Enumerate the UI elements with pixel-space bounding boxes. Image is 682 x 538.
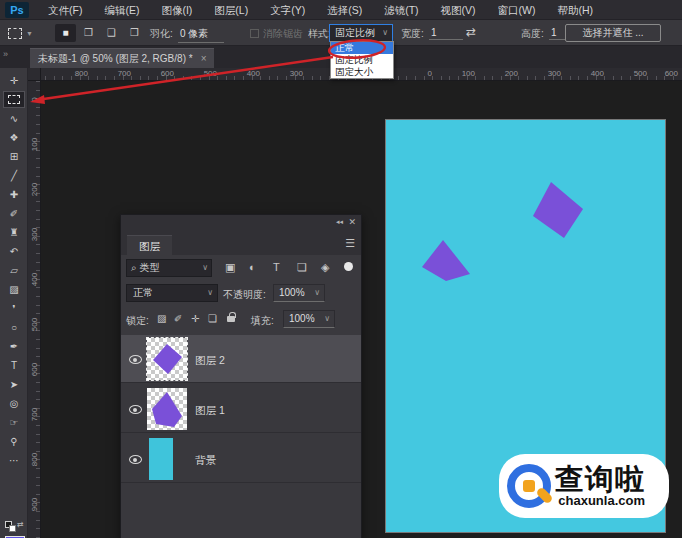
filter-toggle-icon[interactable] xyxy=(344,262,353,271)
visibility-eye-icon[interactable] xyxy=(129,355,142,364)
lock-position-icon[interactable]: ✛ xyxy=(191,313,199,324)
panel-menu-icon[interactable]: ☰ xyxy=(345,237,355,250)
canvas-shape-rotated-square xyxy=(533,182,583,238)
tab-layers[interactable]: 图层 xyxy=(127,235,172,255)
collapse-panel-icon[interactable]: ◂◂ xyxy=(336,218,343,226)
close-icon[interactable]: × xyxy=(201,49,207,69)
filter-smart-objects-icon[interactable]: ◈ xyxy=(321,261,329,274)
opacity-value: 100% xyxy=(279,287,305,298)
zoom-tool[interactable]: ⚲ xyxy=(3,433,25,450)
hand-tool[interactable]: ☞ xyxy=(3,414,25,431)
swap-width-height-icon[interactable]: ⇄ xyxy=(466,25,476,39)
watermark-domain: chaxunla.com xyxy=(555,494,645,508)
subtract-from-selection-button[interactable]: ❑ xyxy=(101,24,122,42)
history-brush-tool[interactable]: ↶ xyxy=(3,243,25,260)
lasso-tool[interactable]: ∿ xyxy=(3,110,25,127)
dropdown-option-固定比例[interactable]: 固定比例 xyxy=(331,54,393,66)
new-selection-button[interactable]: ■ xyxy=(55,24,76,42)
menu-item-视图(V)[interactable]: 视图(V) xyxy=(430,0,487,20)
move-tool[interactable]: ✛ xyxy=(3,72,25,89)
menu-item-帮助(H)[interactable]: 帮助(H) xyxy=(547,0,605,20)
layer-name: 背景 xyxy=(195,454,216,468)
rectangular-marquee-tool[interactable] xyxy=(3,91,25,108)
default-colors-icon[interactable] xyxy=(5,521,16,532)
brush-tool[interactable]: ✐ xyxy=(3,205,25,222)
ruler-label: 500 xyxy=(204,69,219,78)
add-to-selection-button[interactable]: ❐ xyxy=(78,24,99,42)
panel-titlebar[interactable]: ◂◂ ✕ xyxy=(121,215,361,231)
layer-row-图层 2[interactable]: 图层 2 xyxy=(121,335,361,383)
menu-item-编辑(E)[interactable]: 编辑(E) xyxy=(93,0,150,20)
blend-mode-dropdown[interactable]: 正常 ∨ xyxy=(126,284,218,302)
layer-thumbnail[interactable] xyxy=(147,338,187,380)
menu-item-窗口(W)[interactable]: 窗口(W) xyxy=(487,0,547,20)
ruler-label: 0 xyxy=(428,69,434,78)
layer-row-背景[interactable]: 背景 xyxy=(121,435,361,483)
ellipse-shape-tool[interactable]: ◎ xyxy=(3,395,25,412)
marquee-icon xyxy=(8,28,22,39)
document-title: 未标题-1 @ 50% (图层 2, RGB/8) * xyxy=(38,49,193,69)
visibility-eye-icon[interactable] xyxy=(129,455,142,464)
eraser-tool[interactable]: ▱ xyxy=(3,262,25,279)
clone-stamp-tool[interactable]: ♜ xyxy=(3,224,25,241)
menu-item-文字(Y)[interactable]: 文字(Y) xyxy=(259,0,316,20)
filter-type-layers-icon[interactable]: T xyxy=(273,261,280,273)
layer-thumbnail[interactable] xyxy=(147,388,187,430)
feather-input[interactable]: 0 像素 xyxy=(178,27,224,43)
dropdown-option-正常[interactable]: 正常 xyxy=(331,42,393,54)
toolbar-collapse-icon[interactable]: » xyxy=(3,49,8,59)
tool-preset-picker[interactable]: ▼ xyxy=(8,25,42,41)
healing-brush-tool[interactable]: ✚ xyxy=(3,186,25,203)
lock-image-pixels-icon[interactable]: ✐ xyxy=(174,313,182,324)
filter-adjustment-layers-icon[interactable]: ◐ xyxy=(249,261,256,273)
menu-item-图像(I)[interactable]: 图像(I) xyxy=(150,0,203,20)
lock-all-icon[interactable] xyxy=(227,316,235,322)
quick-selection-tool[interactable]: ❖ xyxy=(3,129,25,146)
menu-item-图层(L)[interactable]: 图层(L) xyxy=(203,0,259,20)
pen-tool[interactable]: ✒ xyxy=(3,338,25,355)
ruler-corner xyxy=(28,68,41,81)
ruler-label: 400 xyxy=(591,69,606,78)
layer-filter-type-dropdown[interactable]: ⌕ 类型 ∨ xyxy=(126,259,212,277)
eyedropper-tool[interactable]: ╱ xyxy=(3,167,25,184)
lock-transparent-pixels-icon[interactable]: ▨ xyxy=(157,313,166,324)
select-and-mask-button[interactable]: 选择并遮住 ... xyxy=(565,24,661,42)
visibility-eye-icon[interactable] xyxy=(129,405,142,414)
gradient-tool[interactable]: ▨ xyxy=(3,281,25,298)
feather-label: 羽化: xyxy=(150,27,173,41)
menu-item-选择(S)[interactable]: 选择(S) xyxy=(316,0,373,20)
ruler-label: 400 xyxy=(30,265,39,295)
menu-bar: Ps 文件(F)编辑(E)图像(I)图层(L)文字(Y)选择(S)滤镜(T)视图… xyxy=(0,0,682,20)
edit-toolbar[interactable]: ⋯ xyxy=(3,452,25,469)
dodge-tool[interactable]: ○ xyxy=(3,319,25,336)
opacity-label: 不透明度: xyxy=(223,288,266,302)
watermark: 查询啦 chaxunla.com xyxy=(499,454,669,518)
swap-colors-icon[interactable]: ⇄ xyxy=(17,520,24,529)
lock-artboard-icon[interactable]: ❏ xyxy=(208,313,217,324)
fill-dropdown[interactable]: 100% ∨ xyxy=(283,310,335,328)
style-label: 样式: xyxy=(308,27,331,41)
intersect-selection-button[interactable]: ❒ xyxy=(124,24,145,42)
crop-tool[interactable]: ⊞ xyxy=(3,148,25,165)
document-tab[interactable]: 未标题-1 @ 50% (图层 2, RGB/8) * × xyxy=(30,48,214,68)
layer-thumbnail[interactable] xyxy=(149,438,173,480)
dropdown-option-固定大小[interactable]: 固定大小 xyxy=(331,66,393,78)
menu-item-滤镜(T)[interactable]: 滤镜(T) xyxy=(373,0,429,20)
opacity-dropdown[interactable]: 100% ∨ xyxy=(273,284,325,302)
blur-tool[interactable]: ❜ xyxy=(3,300,25,317)
panel-tab-row: 图层 ☰ xyxy=(121,231,361,255)
menu-item-文件(F)[interactable]: 文件(F) xyxy=(37,0,93,20)
style-dropdown[interactable]: 固定比例 ∨ xyxy=(329,24,393,42)
width-input[interactable]: 1 xyxy=(429,27,463,40)
ruler-label: 200 xyxy=(505,69,520,78)
filter-shape-layers-icon[interactable]: ❏ xyxy=(297,261,307,274)
type-tool[interactable]: T xyxy=(3,357,25,374)
antialias-checkbox[interactable] xyxy=(250,29,259,38)
style-dropdown-popup: 正常固定比例固定大小 xyxy=(330,41,394,79)
close-panel-icon[interactable]: ✕ xyxy=(348,217,356,227)
layer-row-图层 1[interactable]: 图层 1 xyxy=(121,385,361,433)
filter-pixel-layers-icon[interactable]: ▣ xyxy=(225,261,235,274)
ruler-label: 500 xyxy=(634,69,649,78)
path-selection-tool[interactable]: ➤ xyxy=(3,376,25,393)
ruler-label: 700 xyxy=(118,69,133,78)
